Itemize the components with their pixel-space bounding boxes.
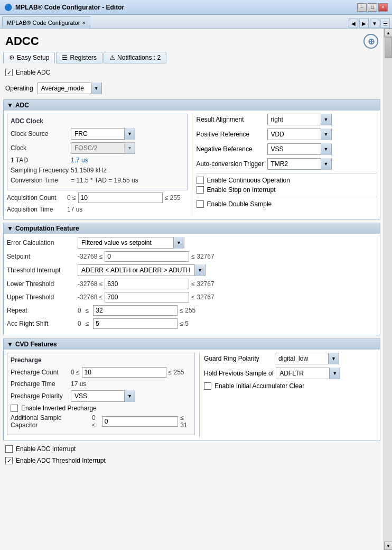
tab-close-icon[interactable]: × [82,20,85,26]
acquisition-count-input[interactable] [78,192,163,203]
clock-source-label: Clock Source [11,130,69,138]
error-calc-row: Error Calculation Filtered value vs setp… [7,237,377,249]
scroll-track[interactable] [384,37,392,542]
clock-value: FOSC/2 [71,143,124,153]
adc-section-header[interactable]: ▼ ADC [4,100,380,111]
enable-adc-label: Enable ADC [16,69,50,76]
threshold-interrupt-arrow[interactable]: ▼ [194,264,205,276]
result-alignment-dropdown[interactable]: right ▼ [267,114,332,125]
globe-icon[interactable]: ⊕ [363,34,378,49]
minimize-button[interactable]: − [357,3,367,12]
precharge-count-input[interactable] [82,367,166,378]
acc-right-shift-leq: ≤ [86,320,89,327]
upper-threshold-min: -32768 ≤ [78,294,102,301]
repeat-input[interactable] [93,305,178,316]
clock-source-dropdown[interactable]: FRC ▼ [71,128,135,140]
registers-label: Registers [70,54,97,61]
error-calc-arrow[interactable]: ▼ [173,237,184,249]
tab-nav-left[interactable]: ◀ [349,19,358,28]
maximize-button[interactable]: □ [368,3,377,12]
threshold-interrupt-label: Threshold Interrupt [7,267,76,274]
acquisition-count-label: Acquisition Count [7,194,65,201]
scrollbar[interactable]: ▲ ▼ [384,29,392,550]
enable-adc-interrupt-checkbox[interactable] [5,445,13,453]
enable-continuous-checkbox[interactable] [197,177,204,184]
negative-ref-row: Negative Reference VSS ▼ [197,143,377,155]
main-tab[interactable]: MPLAB® Code Configurator × [2,16,90,28]
lower-threshold-input[interactable] [105,279,189,289]
page-title: ADCC [5,34,39,48]
upper-threshold-row: Upper Threshold -32768 ≤ ≤ 32767 [7,292,377,302]
scroll-down-button[interactable]: ▼ [384,542,392,550]
precharge-polarity-arrow[interactable]: ▼ [124,390,135,402]
window-title: MPLAB® Code Configurator - Editor [15,4,124,11]
acc-right-shift-max: ≤ 5 [180,320,189,327]
error-calc-value: Filtered value vs setpoint [78,238,173,248]
error-calc-dropdown[interactable]: Filtered value vs setpoint ▼ [78,237,184,249]
repeat-max: ≤ 255 [180,307,195,314]
precharge-count-max: ≤ 255 [169,369,184,376]
guard-ring-arrow[interactable]: ▼ [328,353,339,364]
precharge-count-label: Precharge Count [11,369,69,376]
tab-nav-menu[interactable]: ☰ [380,19,390,28]
operating-dropdown[interactable]: Average_mode ▼ [38,82,102,94]
guard-ring-row: Guard Ring Polarity digital_low ▼ [204,353,377,364]
setpoint-input[interactable] [105,251,189,262]
scroll-up-button[interactable]: ▲ [384,29,392,37]
title-bar-controls[interactable]: − □ × [357,3,388,12]
computation-section-header[interactable]: ▼ Computation Feature [4,223,380,234]
enable-inverted-precharge-label: Enable Inverted Precharge [21,405,97,412]
positive-ref-arrow[interactable]: ▼ [321,129,331,140]
negative-ref-arrow[interactable]: ▼ [321,143,331,155]
positive-ref-dropdown[interactable]: VDD ▼ [267,129,332,140]
tab-notifications[interactable]: ⚠ Notifications : 2 [104,52,166,63]
positive-ref-row: Positive Reference VDD ▼ [197,129,377,140]
enable-continuous-label: Enable Continuous Operation [207,177,290,184]
adc-section-body: ADC Clock Clock Source FRC ▼ [4,111,380,219]
cvd-right-panel: Guard Ring Polarity digital_low ▼ Hold P… [204,353,377,437]
tab-easy-setup[interactable]: ⚙ Easy Setup [3,52,55,63]
enable-adc-checkbox[interactable]: ✓ [5,69,13,76]
enable-stop-checkbox[interactable] [197,186,204,194]
hold-previous-dropdown[interactable]: ADFLTR ▼ [276,368,340,379]
tad-value: 1.7 us [71,157,88,164]
operating-dropdown-arrow[interactable]: ▼ [91,82,101,94]
auto-trigger-dropdown[interactable]: TMR2 ▼ [267,158,332,170]
enable-adc-threshold-interrupt-checkbox[interactable]: ✓ [5,457,13,464]
cvd-section-header[interactable]: ▼ CVD Features [4,339,380,350]
hold-previous-arrow[interactable]: ▼ [329,368,340,379]
upper-threshold-max: ≤ 32767 [191,294,214,301]
conversion-time-label: Conversion Time [11,177,69,184]
scroll-thumb[interactable] [385,37,392,58]
enable-initial-accum-checkbox[interactable] [204,382,211,390]
repeat-row: Repeat 0 ≤ ≤ 255 [7,305,377,316]
precharge-polarity-row: Precharge Polarity VSS ▼ [11,390,191,402]
result-alignment-arrow[interactable]: ▼ [321,114,331,125]
acquisition-time-row: Acquisition Time 17 us [7,206,188,213]
tab-nav-right[interactable]: ▶ [359,19,369,28]
enable-double-sample-checkbox[interactable] [197,200,204,208]
enable-inverted-precharge-row: Enable Inverted Precharge [11,405,191,412]
enable-adc-interrupt-label: Enable ADC Interrupt [16,445,76,453]
tab-nav-down[interactable]: ▼ [370,19,379,28]
setpoint-min: -32768 ≤ [78,253,102,260]
enable-adc-interrupt-row: Enable ADC Interrupt [3,444,380,454]
adc-section: ▼ ADC ADC Clock Clock Source FRC [3,99,380,219]
result-alignment-value: right [268,115,321,124]
precharge-time-value: 17 us [71,380,86,388]
setpoint-max: ≤ 32767 [191,253,214,260]
enable-inverted-precharge-checkbox[interactable] [11,405,18,412]
acquisition-time-label: Acquisition Time [7,206,65,213]
negative-ref-dropdown[interactable]: VSS ▼ [267,143,332,155]
guard-ring-dropdown[interactable]: digital_low ▼ [275,353,339,364]
warning-icon: ⚠ [109,54,115,61]
additional-sample-cap-input[interactable] [102,416,178,427]
upper-threshold-input[interactable] [105,292,189,302]
acc-right-shift-input[interactable] [93,318,178,329]
close-button[interactable]: × [378,3,388,12]
auto-trigger-arrow[interactable]: ▼ [321,158,331,170]
clock-source-arrow[interactable]: ▼ [124,128,135,140]
tab-registers[interactable]: ☰ Registers [56,52,102,63]
threshold-interrupt-dropdown[interactable]: ADERR < ADLTH or ADERR > ADUTH ▼ [78,264,206,276]
precharge-polarity-dropdown[interactable]: VSS ▼ [71,390,135,402]
